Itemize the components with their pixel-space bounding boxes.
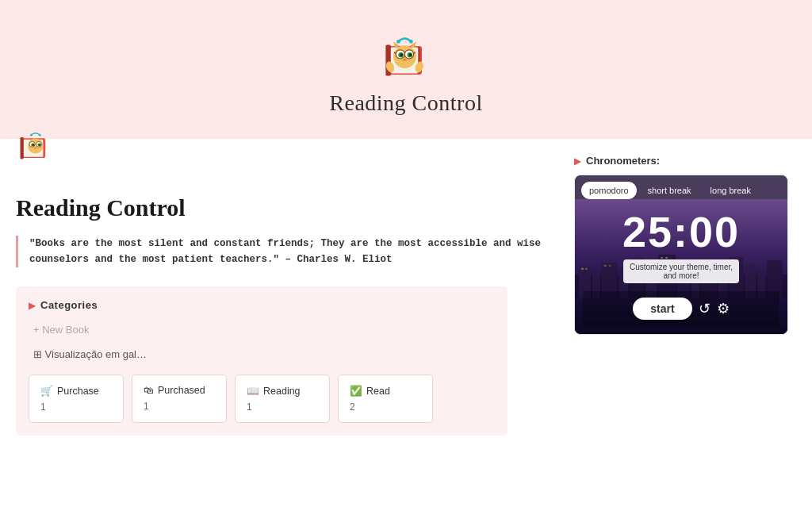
chrono-time-display: 25:00 <box>583 210 779 253</box>
page-title: Reading Control <box>16 194 542 221</box>
categories-label: Categories <box>40 299 98 311</box>
card-icon: 🛒 <box>40 385 53 397</box>
card-icon: ✅ <box>350 385 362 397</box>
svg-rect-55 <box>581 268 584 270</box>
cards-grid: 🛒 Purchase 1 🛍 Purchased 1 📖 Reading 1 ✅… <box>29 374 495 423</box>
card-label: Read <box>366 386 390 397</box>
categories-expand-icon: ▶ <box>29 300 36 311</box>
header-banner: Reading Control <box>0 0 812 139</box>
chrono-display: 25:00 Customize your theme, timer, and m… <box>575 199 787 334</box>
new-book-button[interactable]: + New Book <box>29 321 94 339</box>
chrono-expand-icon: ▶ <box>574 156 581 167</box>
quote-text: "Books are the most silent and constant … <box>29 236 542 267</box>
card-title: 📖 Reading <box>247 385 318 397</box>
chrono-widget: pomodoroshort breaklong break <box>574 175 788 335</box>
chrono-controls: start ↺ ⚙ <box>583 291 779 326</box>
header-title: Reading Control <box>329 90 482 116</box>
svg-point-18 <box>409 40 413 44</box>
card-label: Purchased <box>158 385 205 396</box>
reset-button[interactable]: ↺ <box>699 300 710 317</box>
card-icon: 🛍 <box>144 385 154 396</box>
chrono-tab[interactable]: pomodoro <box>581 182 637 199</box>
card-count: 1 <box>247 401 318 413</box>
left-panel: Reading Control "Books are the most sile… <box>0 139 566 507</box>
category-card[interactable]: ✅ Read 2 <box>338 374 433 423</box>
quote-block: "Books are the most silent and constant … <box>16 236 542 267</box>
main-content: Reading Control "Books are the most sile… <box>0 139 812 507</box>
chrono-tab[interactable]: long break <box>703 182 759 199</box>
chrono-header: ▶ Chronometers: <box>574 155 796 167</box>
svg-rect-56 <box>585 268 588 270</box>
categories-section: ▶ Categories + New Book ⊞ Visualização e… <box>16 286 508 436</box>
svg-point-31 <box>33 144 34 145</box>
category-card[interactable]: 📖 Reading 1 <box>235 374 330 423</box>
header-mascot-icon <box>374 24 438 87</box>
svg-rect-58 <box>609 265 611 267</box>
svg-rect-25 <box>21 137 24 159</box>
categories-header: ▶ Categories <box>29 299 495 311</box>
card-title: ✅ Read <box>350 385 421 397</box>
card-title: 🛒 Purchase <box>40 385 112 397</box>
svg-point-17 <box>396 40 400 44</box>
svg-point-10 <box>409 53 412 56</box>
card-count: 2 <box>350 401 421 413</box>
category-card[interactable]: 🛒 Purchase 1 <box>29 374 124 423</box>
card-label: Reading <box>263 386 301 397</box>
card-icon: 📖 <box>247 385 259 397</box>
svg-rect-57 <box>604 265 607 267</box>
new-book-label: + New Book <box>33 324 89 336</box>
card-title: 🛍 Purchased <box>144 385 215 396</box>
right-panel: ▶ Chronometers: pomodoroshort breaklong … <box>566 139 812 507</box>
start-button[interactable]: start <box>633 298 691 320</box>
card-count: 1 <box>40 401 112 413</box>
svg-point-37 <box>30 134 33 136</box>
svg-point-9 <box>400 53 403 56</box>
svg-point-32 <box>39 144 40 145</box>
category-card[interactable]: 🛍 Purchased 1 <box>132 374 227 423</box>
settings-button[interactable]: ⚙ <box>717 300 730 317</box>
card-count: 1 <box>144 401 215 412</box>
svg-point-38 <box>39 134 41 136</box>
chrono-tab[interactable]: short break <box>640 182 699 199</box>
chrono-tooltip: Customize your theme, timer, and more! <box>623 259 739 283</box>
gallery-view-button[interactable]: ⊞ Visualização em gal… <box>29 345 151 363</box>
chrono-tabs: pomodoroshort breaklong break <box>575 175 787 199</box>
gallery-view-label: ⊞ Visualização em gal… <box>33 348 147 360</box>
card-label: Purchase <box>57 386 99 397</box>
chrono-label: Chronometers: <box>586 155 660 167</box>
sidebar-mascot-icon <box>16 123 59 167</box>
